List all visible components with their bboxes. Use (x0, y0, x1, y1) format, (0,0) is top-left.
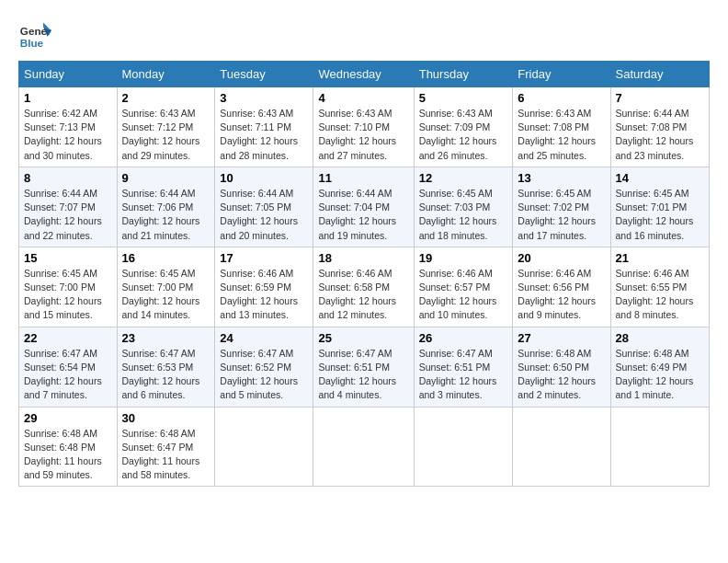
weekday-header-monday: Monday (117, 62, 215, 87)
day-number: 22 (24, 331, 112, 345)
day-number: 28 (616, 331, 704, 345)
calendar-day-cell: 16Sunrise: 6:45 AM Sunset: 7:00 PM Dayli… (117, 247, 215, 327)
calendar-day-cell: 23Sunrise: 6:47 AM Sunset: 6:53 PM Dayli… (117, 327, 215, 407)
day-number: 14 (616, 171, 704, 185)
calendar-day-cell: 12Sunrise: 6:45 AM Sunset: 7:03 PM Dayli… (414, 167, 513, 247)
day-info: Sunrise: 6:47 AM Sunset: 6:51 PM Dayligh… (318, 347, 408, 403)
calendar-day-cell: 13Sunrise: 6:45 AM Sunset: 7:02 PM Dayli… (513, 167, 610, 247)
day-info: Sunrise: 6:45 AM Sunset: 7:01 PM Dayligh… (616, 187, 704, 243)
day-number: 13 (518, 171, 605, 185)
day-info: Sunrise: 6:44 AM Sunset: 7:04 PM Dayligh… (318, 187, 408, 243)
weekday-header-friday: Friday (513, 62, 610, 87)
day-info: Sunrise: 6:47 AM Sunset: 6:52 PM Dayligh… (220, 347, 308, 403)
calendar-week-row: 22Sunrise: 6:47 AM Sunset: 6:54 PM Dayli… (19, 327, 710, 407)
day-number: 29 (24, 411, 112, 425)
calendar-day-cell (414, 407, 513, 487)
calendar-day-cell: 17Sunrise: 6:46 AM Sunset: 6:59 PM Dayli… (215, 247, 313, 327)
calendar-day-cell: 15Sunrise: 6:45 AM Sunset: 7:00 PM Dayli… (19, 247, 118, 327)
calendar-day-cell: 26Sunrise: 6:47 AM Sunset: 6:51 PM Dayli… (414, 327, 513, 407)
day-number: 17 (220, 251, 308, 265)
day-number: 1 (24, 91, 112, 105)
calendar-day-cell: 10Sunrise: 6:44 AM Sunset: 7:05 PM Dayli… (215, 167, 313, 247)
calendar-day-cell: 25Sunrise: 6:47 AM Sunset: 6:51 PM Dayli… (313, 327, 414, 407)
day-number: 9 (122, 171, 210, 185)
day-number: 30 (122, 411, 210, 425)
day-info: Sunrise: 6:46 AM Sunset: 6:59 PM Dayligh… (220, 267, 308, 323)
day-number: 4 (318, 91, 408, 105)
day-number: 23 (122, 331, 210, 345)
day-number: 12 (419, 171, 508, 185)
calendar-day-cell (215, 407, 313, 487)
day-number: 8 (24, 171, 112, 185)
day-info: Sunrise: 6:46 AM Sunset: 6:58 PM Dayligh… (318, 267, 408, 323)
day-number: 10 (220, 171, 308, 185)
day-number: 25 (318, 331, 408, 345)
calendar-day-cell: 14Sunrise: 6:45 AM Sunset: 7:01 PM Dayli… (610, 167, 709, 247)
calendar-day-cell: 30Sunrise: 6:48 AM Sunset: 6:47 PM Dayli… (117, 407, 215, 487)
day-info: Sunrise: 6:43 AM Sunset: 7:08 PM Dayligh… (518, 107, 605, 163)
calendar-week-row: 15Sunrise: 6:45 AM Sunset: 7:00 PM Dayli… (19, 247, 710, 327)
calendar-day-cell (313, 407, 414, 487)
day-info: Sunrise: 6:45 AM Sunset: 7:02 PM Dayligh… (518, 187, 605, 243)
day-number: 24 (220, 331, 308, 345)
calendar-day-cell: 22Sunrise: 6:47 AM Sunset: 6:54 PM Dayli… (19, 327, 118, 407)
svg-text:Blue: Blue (20, 37, 44, 49)
calendar-day-cell (610, 407, 709, 487)
day-info: Sunrise: 6:48 AM Sunset: 6:47 PM Dayligh… (122, 427, 210, 483)
page-header: General Blue (18, 18, 710, 52)
calendar-table: SundayMondayTuesdayWednesdayThursdayFrid… (18, 61, 710, 487)
calendar-day-cell: 3Sunrise: 6:43 AM Sunset: 7:11 PM Daylig… (215, 87, 313, 167)
day-info: Sunrise: 6:48 AM Sunset: 6:50 PM Dayligh… (518, 347, 605, 403)
logo-icon: General Blue (18, 18, 51, 52)
day-info: Sunrise: 6:48 AM Sunset: 6:49 PM Dayligh… (616, 347, 704, 403)
calendar-day-cell: 29Sunrise: 6:48 AM Sunset: 6:48 PM Dayli… (19, 407, 118, 487)
day-info: Sunrise: 6:46 AM Sunset: 6:55 PM Dayligh… (616, 267, 704, 323)
day-info: Sunrise: 6:43 AM Sunset: 7:09 PM Dayligh… (419, 107, 508, 163)
day-info: Sunrise: 6:43 AM Sunset: 7:11 PM Dayligh… (220, 107, 308, 163)
day-info: Sunrise: 6:46 AM Sunset: 6:57 PM Dayligh… (419, 267, 508, 323)
calendar-day-cell (513, 407, 610, 487)
weekday-header-thursday: Thursday (414, 62, 513, 87)
day-number: 16 (122, 251, 210, 265)
day-info: Sunrise: 6:48 AM Sunset: 6:48 PM Dayligh… (24, 427, 112, 483)
day-number: 11 (318, 171, 408, 185)
weekday-header-tuesday: Tuesday (215, 62, 313, 87)
calendar-week-row: 1Sunrise: 6:42 AM Sunset: 7:13 PM Daylig… (19, 87, 710, 167)
calendar-day-cell: 27Sunrise: 6:48 AM Sunset: 6:50 PM Dayli… (513, 327, 610, 407)
day-number: 20 (518, 251, 605, 265)
day-number: 6 (518, 91, 605, 105)
day-info: Sunrise: 6:44 AM Sunset: 7:05 PM Dayligh… (220, 187, 308, 243)
day-info: Sunrise: 6:42 AM Sunset: 7:13 PM Dayligh… (24, 107, 112, 163)
calendar-day-cell: 6Sunrise: 6:43 AM Sunset: 7:08 PM Daylig… (513, 87, 610, 167)
day-number: 21 (616, 251, 704, 265)
day-number: 18 (318, 251, 408, 265)
calendar-day-cell: 4Sunrise: 6:43 AM Sunset: 7:10 PM Daylig… (313, 87, 414, 167)
calendar-day-cell: 28Sunrise: 6:48 AM Sunset: 6:49 PM Dayli… (610, 327, 709, 407)
weekday-header-saturday: Saturday (610, 62, 709, 87)
day-info: Sunrise: 6:45 AM Sunset: 7:03 PM Dayligh… (419, 187, 508, 243)
calendar-week-row: 29Sunrise: 6:48 AM Sunset: 6:48 PM Dayli… (19, 407, 710, 487)
day-info: Sunrise: 6:47 AM Sunset: 6:54 PM Dayligh… (24, 347, 112, 403)
day-info: Sunrise: 6:44 AM Sunset: 7:07 PM Dayligh… (24, 187, 112, 243)
day-info: Sunrise: 6:44 AM Sunset: 7:06 PM Dayligh… (122, 187, 210, 243)
calendar-day-cell: 8Sunrise: 6:44 AM Sunset: 7:07 PM Daylig… (19, 167, 118, 247)
day-number: 3 (220, 91, 308, 105)
day-info: Sunrise: 6:44 AM Sunset: 7:08 PM Dayligh… (616, 107, 704, 163)
day-number: 7 (616, 91, 704, 105)
day-info: Sunrise: 6:47 AM Sunset: 6:51 PM Dayligh… (419, 347, 508, 403)
calendar-day-cell: 9Sunrise: 6:44 AM Sunset: 7:06 PM Daylig… (117, 167, 215, 247)
calendar-day-cell: 20Sunrise: 6:46 AM Sunset: 6:56 PM Dayli… (513, 247, 610, 327)
calendar-day-cell: 18Sunrise: 6:46 AM Sunset: 6:58 PM Dayli… (313, 247, 414, 327)
calendar-day-cell: 1Sunrise: 6:42 AM Sunset: 7:13 PM Daylig… (19, 87, 118, 167)
day-info: Sunrise: 6:43 AM Sunset: 7:10 PM Dayligh… (318, 107, 408, 163)
calendar-day-cell: 7Sunrise: 6:44 AM Sunset: 7:08 PM Daylig… (610, 87, 709, 167)
day-info: Sunrise: 6:45 AM Sunset: 7:00 PM Dayligh… (24, 267, 112, 323)
calendar-day-cell: 19Sunrise: 6:46 AM Sunset: 6:57 PM Dayli… (414, 247, 513, 327)
day-number: 2 (122, 91, 210, 105)
calendar-day-cell: 2Sunrise: 6:43 AM Sunset: 7:12 PM Daylig… (117, 87, 215, 167)
day-number: 5 (419, 91, 508, 105)
weekday-header-wednesday: Wednesday (313, 62, 414, 87)
day-info: Sunrise: 6:47 AM Sunset: 6:53 PM Dayligh… (122, 347, 210, 403)
calendar-day-cell: 5Sunrise: 6:43 AM Sunset: 7:09 PM Daylig… (414, 87, 513, 167)
weekday-header-sunday: Sunday (19, 62, 118, 87)
